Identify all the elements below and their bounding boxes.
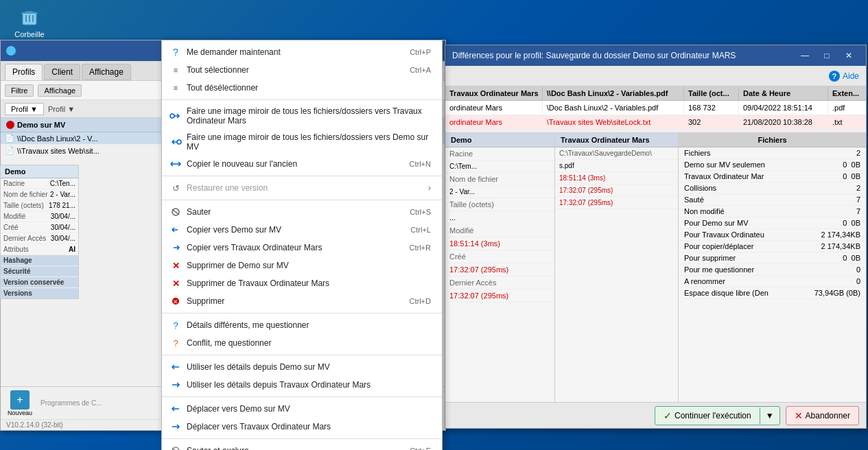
stats-row-non-modifie: Non modifié 7	[679, 206, 866, 217]
filename-label: Nom de fichier	[3, 191, 47, 198]
ctx-utiliser-travaux[interactable]: Utiliser les détails depuis Travaux Ordi…	[162, 376, 442, 394]
diff-left-acces-val: 17:32:07 (295ms)	[445, 289, 554, 303]
stats-renommer-label: A renommer	[684, 277, 725, 285]
ctx-move-mv-icon	[169, 402, 183, 416]
acces-value: 30/04/...	[51, 235, 75, 242]
diff-left-taille-val: ...	[445, 211, 554, 224]
stats-fichiers-value: 2	[856, 149, 860, 157]
ctx-copier-nouveau-label: Copier le nouveau sur l'ancien	[187, 159, 297, 169]
securite-label: Sécurité	[3, 268, 30, 275]
ctx-deplacer-travaux[interactable]: Déplacer vers Travaux Ordinateur Mars	[162, 418, 442, 436]
stats-espace-value: 73,94GB (0B)	[814, 289, 860, 297]
attributs-label: Attributs	[3, 246, 29, 253]
diff-close-button[interactable]: ✕	[838, 48, 859, 63]
ctx-details-diff[interactable]: ? Détails différents, me questionner	[162, 316, 442, 334]
stats-header: Fichiers	[679, 133, 866, 147]
tab-profils[interactable]: Profils	[5, 64, 43, 80]
profile-value: Profil ▼	[48, 105, 75, 113]
diff-help-button[interactable]: ? Aide	[829, 71, 859, 82]
ctx-supprimer-travaux[interactable]: ✕ Supprimer de Travaux Ordinateur Mars	[162, 274, 442, 292]
ctx-utiliser-demo[interactable]: Utiliser les détails depuis Demo sur MV	[162, 358, 442, 376]
stats-non-modifie-label: Non modifié	[684, 207, 725, 215]
path-mv-label: Demo sur MV	[17, 121, 65, 129]
continuer-dropdown-button[interactable]: ▼	[760, 407, 779, 424]
ctx-copier-vers-mv-shortcut: Ctrl+L	[410, 226, 431, 234]
stats-pour-copier-value: 2 174,34KB	[821, 242, 861, 250]
desktop-icon-corbeille[interactable]: Corbeille	[5, 5, 54, 38]
context-menu: ? Me demander maintenant Ctrl+P ≡ Tout s…	[161, 40, 443, 450]
stats-renommer-value: 0	[856, 277, 860, 285]
filtre-button[interactable]: Filtre	[5, 84, 34, 97]
diff-th-file: \\Doc Bash Linux\2 - Variables.pdf	[543, 86, 684, 100]
diff-left-fichier: Nom de fichier	[445, 173, 554, 186]
ctx-miroir-demo[interactable]: Faire une image miroir de tous les fichi…	[162, 129, 442, 155]
tab-affichage[interactable]: Affichage	[82, 64, 131, 80]
stats-row-saute: Sauté 7	[679, 194, 866, 206]
tab-client[interactable]: Client	[44, 64, 80, 80]
abandonner-label: Abandonner	[806, 411, 850, 421]
hashage-label: Hashage	[3, 257, 32, 264]
diff-cell-2-4: 21/08/2020 10:38:28	[739, 115, 828, 129]
ctx-tout-deselectionner[interactable]: ≡ Tout désélectionner	[162, 79, 442, 97]
diff-right-file: s.pdf	[555, 160, 678, 172]
diff-left-col: Demo Racine C:\Tem... Nom de fichier 2 -…	[445, 133, 555, 402]
ctx-skip-exclude-icon	[169, 444, 183, 450]
ctx-sauter[interactable]: Sauter Ctrl+S	[162, 203, 442, 221]
ctx-sauter-exclure[interactable]: Sauter et exclure Ctrl+E	[162, 442, 442, 450]
diff-left-racine: Racine	[445, 147, 554, 161]
diff-maximize-button[interactable]: □	[817, 48, 837, 63]
ctx-miroir-travaux-label: Faire une image miroir de tous les fichi…	[187, 106, 431, 126]
ctx-deplacer-mv[interactable]: Déplacer vers Demo sur MV	[162, 400, 442, 418]
filename-value: 2 - Var...	[50, 191, 75, 198]
continuer-button[interactable]: ✓ Continuer l'exécution	[655, 407, 760, 425]
diff-minimize-button[interactable]: —	[795, 48, 815, 63]
ctx-supprimer-demo[interactable]: ✕ Supprimer de Demo sur MV	[162, 257, 442, 274]
svg-point-6	[170, 114, 174, 118]
left-detail-panel: Demo Racine C:\Ten... Nom de fichier 2 -…	[0, 165, 79, 299]
versions-label: Versions	[3, 289, 32, 297]
ctx-deplacer-travaux-label: Déplacer vers Travaux Ordinateur Mars	[187, 422, 331, 431]
nouveau-button[interactable]: + Nouveau	[8, 390, 32, 416]
svg-point-8	[177, 140, 181, 144]
diff-toolbar: ? Aide	[445, 66, 866, 86]
abandonner-button[interactable]: ✕ Abandonner	[786, 407, 858, 425]
stats-travaux-seul-label: Travaux Ordinateur Mar	[684, 172, 764, 180]
diff-cell-1-4: 09/04/2022 18:51:14	[739, 101, 828, 115]
recycle-bin-icon	[19, 5, 40, 27]
diff-row-1[interactable]: ordinateur Mars \Doc Bash Linux\2 - Vari…	[445, 101, 866, 115]
ctx-question-icon: ?	[169, 45, 183, 59]
desktop: Corbeille — □ ✕ Profils Client Affichage…	[0, 0, 868, 450]
ctx-tout-selectionner[interactable]: ≡ Tout sélectionner Ctrl+A	[162, 61, 442, 79]
stats-demo-seul-label: Demo sur MV seulemen	[684, 161, 765, 169]
diff-th-ext: Exten...	[828, 86, 866, 100]
ctx-conflit-label: Conflit, me questionner	[187, 338, 271, 348]
version-conservee-label: Version conservée	[3, 279, 64, 286]
ctx-del-demo-icon: ✕	[169, 259, 183, 272]
stats-panel: Fichiers Fichiers 2 Demo sur MV seulemen…	[679, 133, 866, 402]
profile-dropdown[interactable]: Profil ▼	[5, 103, 44, 115]
ctx-copier-vers-travaux[interactable]: Copier vers Travaux Ordinateur Mars Ctrl…	[162, 239, 442, 257]
ctx-restaurer-version: ↺ Restaurer une version ›	[162, 179, 442, 197]
ctx-me-demander[interactable]: ? Me demander maintenant Ctrl+P	[162, 43, 442, 61]
diff-row-2[interactable]: ordinateur Mars \Travaux sites Web\siteL…	[445, 115, 866, 130]
stats-pour-travaux-value: 2 174,34KB	[821, 230, 861, 239]
ctx-miroir-travaux[interactable]: Faire une image miroir de tous les fichi…	[162, 103, 442, 129]
ctx-copier-vers-mv-label: Copier vers Demo sur MV	[187, 225, 281, 235]
ctx-sep4	[162, 313, 442, 313]
stats-row-pour-questionner: Pour me questionner 0	[679, 264, 866, 276]
stats-pour-questionner-label: Pour me questionner	[684, 265, 754, 274]
ctx-utiliser-travaux-label: Utiliser les détails depuis Travaux Ordi…	[187, 380, 371, 390]
ctx-supprimer[interactable]: ✕ Supprimer Ctrl+D	[162, 292, 442, 310]
ctx-conflit[interactable]: ? Conflit, me questionner	[162, 334, 442, 352]
ctx-copier-vers-mv[interactable]: Copier vers Demo sur MV Ctrl+L	[162, 221, 442, 239]
ctx-sauter-label: Sauter	[187, 207, 211, 217]
panel-demo-header: Demo	[1, 165, 78, 178]
affichage-button[interactable]: Affichage	[38, 84, 82, 97]
diff-left-taille: Taille (octets)	[445, 198, 554, 211]
diff-th-source: Travaux Ordinateur Mars	[445, 86, 543, 100]
ctx-copier-nouveau[interactable]: Copier le nouveau sur l'ancien Ctrl+N	[162, 155, 442, 173]
stats-saute-value: 7	[856, 196, 860, 204]
acces-label: Dernier Accès	[3, 235, 46, 242]
nouveau-icon: +	[10, 390, 30, 410]
ctx-restaurer-arrow: ›	[428, 183, 431, 193]
